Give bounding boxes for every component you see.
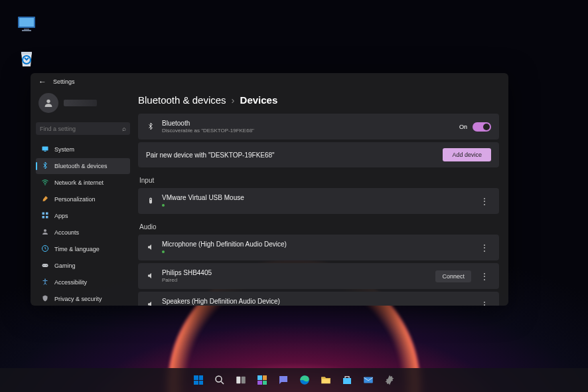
pair-text: Pair new device with "DESKTOP-19FKE68"	[146, 151, 436, 159]
bluetooth-toggle[interactable]	[473, 122, 491, 132]
time-icon	[41, 245, 49, 254]
svg-rect-23	[242, 377, 246, 384]
nav-list: SystemBluetooth & devicesNetwork & inter…	[36, 142, 130, 306]
svg-rect-9	[42, 213, 45, 215]
user-row[interactable]	[36, 90, 130, 120]
sidebar-item-label: Network & internet	[54, 179, 104, 186]
taskbar-task-view[interactable]	[232, 371, 250, 389]
breadcrumb-parent[interactable]: Bluetooth & devices	[138, 94, 226, 106]
svg-rect-15	[42, 264, 48, 267]
input-device-icon	[146, 196, 155, 207]
avatar	[38, 93, 58, 113]
pair-device-card: Pair new device with "DESKTOP-19FKE68" A…	[138, 142, 499, 167]
audio-device-icon	[146, 272, 155, 281]
sidebar-item-label: Privacy & security	[54, 296, 102, 302]
sidebar-item-gaming[interactable]: Gaming	[36, 258, 130, 274]
device-name: Philips SHB4405	[162, 269, 429, 276]
settings-window: ← Settings ⌕ SystemBluetooth & devicesNe…	[31, 73, 508, 306]
sidebar-item-label: Gaming	[54, 262, 76, 269]
taskbar-chat[interactable]	[275, 371, 292, 389]
sidebar-item-bluetooth[interactable]: Bluetooth & devices	[36, 158, 130, 174]
search-box[interactable]: ⌕	[36, 122, 130, 135]
svg-point-21	[216, 376, 222, 382]
start-button[interactable]	[190, 371, 207, 389]
sidebar-item-brush[interactable]: Personalization	[36, 191, 130, 207]
sidebar-item-accessibility[interactable]: Accessibility	[36, 274, 130, 290]
svg-rect-12	[46, 216, 48, 219]
user-name-redacted	[64, 100, 97, 106]
back-button[interactable]: ←	[38, 77, 46, 86]
audio-device-row[interactable]: Speakers (High Definition Audio Device)⋮	[138, 292, 499, 306]
taskbar-widgets[interactable]	[254, 371, 271, 389]
bluetooth-icon	[146, 122, 155, 132]
svg-point-18	[44, 279, 46, 280]
audio-device-icon	[146, 243, 155, 252]
apps-icon	[41, 211, 49, 221]
svg-rect-10	[46, 213, 48, 215]
svg-rect-6	[42, 147, 48, 151]
sidebar-item-privacy[interactable]: Privacy & security	[36, 291, 130, 306]
chevron-right-icon: ›	[232, 94, 235, 106]
device-status: Paired	[162, 277, 429, 283]
sidebar: ⌕ SystemBluetooth & devicesNetwork & int…	[31, 90, 135, 306]
taskbar-edge[interactable]	[296, 371, 313, 389]
svg-rect-19	[149, 197, 152, 203]
desktop-icon-this-pc[interactable]	[16, 13, 37, 35]
gaming-icon	[41, 261, 49, 270]
wifi-icon	[41, 178, 49, 187]
svg-point-17	[46, 265, 47, 266]
svg-rect-2	[24, 29, 29, 30]
device-name: Microphone (High Definition Audio Device…	[162, 241, 471, 248]
sidebar-item-label: Bluetooth & devices	[54, 163, 108, 169]
svg-rect-25	[364, 377, 373, 383]
svg-rect-3	[22, 30, 31, 31]
audio-device-row[interactable]: Philips SHB4405PairedConnect⋮	[138, 263, 499, 289]
svg-point-13	[44, 229, 46, 232]
bluetooth-card[interactable]: Bluetooth Discoverable as "DESKTOP-19FKE…	[138, 114, 499, 140]
section-input: Input	[138, 170, 499, 188]
accessibility-icon	[41, 278, 49, 287]
sidebar-item-label: Time & language	[54, 246, 100, 252]
widgets-icon	[257, 375, 267, 385]
taskbar-store[interactable]	[338, 371, 356, 389]
svg-point-16	[44, 265, 44, 266]
add-device-button[interactable]: Add device	[443, 148, 491, 161]
taskbar-mail[interactable]	[360, 371, 377, 389]
connect-button[interactable]: Connect	[435, 270, 471, 282]
app-title: Settings	[53, 78, 75, 85]
sidebar-item-time[interactable]: Time & language	[36, 241, 130, 257]
taskbar-explorer[interactable]	[317, 371, 334, 389]
sidebar-item-system[interactable]: System	[36, 142, 130, 157]
more-icon[interactable]: ⋮	[478, 197, 491, 206]
system-icon	[41, 145, 49, 154]
breadcrumb: Bluetooth & devices › Devices	[138, 90, 499, 114]
bluetooth-subtitle: Discoverable as "DESKTOP-19FKE68"	[162, 128, 453, 134]
search-input[interactable]	[40, 126, 122, 132]
desktop-icon-recycle-bin[interactable]	[16, 48, 37, 69]
svg-rect-1	[19, 18, 34, 27]
bluetooth-icon	[41, 161, 49, 171]
status-dot	[162, 250, 165, 253]
status-dot	[162, 204, 165, 207]
sidebar-item-accounts[interactable]: Accounts	[36, 225, 130, 241]
breadcrumb-current: Devices	[240, 94, 278, 106]
input-device-row[interactable]: VMware Virtual USB Mouse⋮	[138, 188, 499, 214]
accounts-icon	[41, 228, 49, 237]
bluetooth-state-label: On	[459, 124, 467, 130]
device-name: VMware Virtual USB Mouse	[162, 194, 471, 201]
taskbar-search[interactable]	[211, 371, 228, 389]
sidebar-item-label: Apps	[54, 213, 68, 219]
search-icon: ⌕	[122, 125, 126, 132]
sidebar-item-wifi[interactable]: Network & internet	[36, 175, 130, 191]
more-icon[interactable]: ⋮	[478, 272, 491, 281]
more-icon[interactable]: ⋮	[478, 243, 491, 252]
more-icon[interactable]: ⋮	[478, 300, 491, 306]
audio-device-row[interactable]: Microphone (High Definition Audio Device…	[138, 235, 499, 260]
audio-device-icon	[146, 300, 155, 306]
sidebar-item-apps[interactable]: Apps	[36, 208, 130, 224]
svg-point-8	[44, 184, 46, 185]
sidebar-item-label: Personalization	[54, 196, 96, 203]
taskbar-settings[interactable]	[381, 371, 398, 389]
titlebar: ← Settings	[31, 73, 508, 90]
device-name: Speakers (High Definition Audio Device)	[162, 298, 471, 305]
